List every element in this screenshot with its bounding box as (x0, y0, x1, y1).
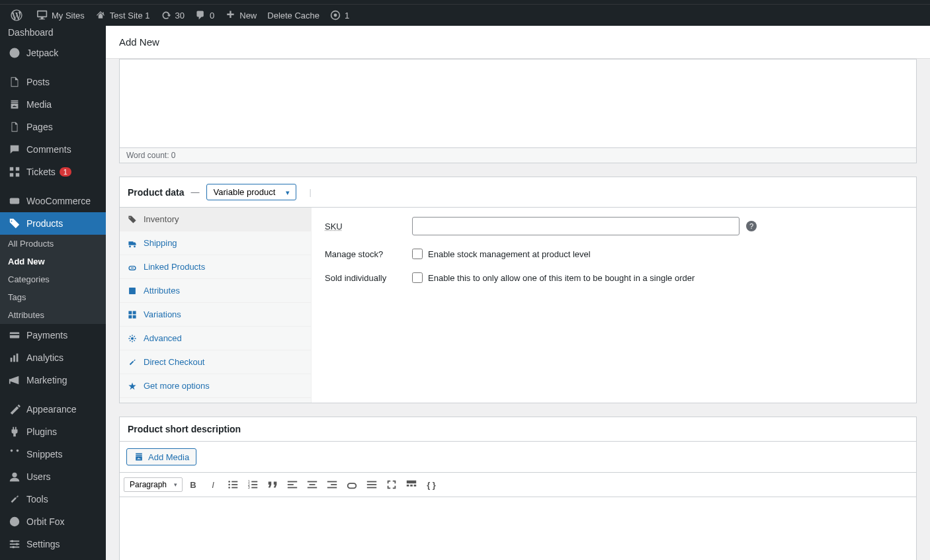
menu-marketing-label: Marketing (26, 375, 67, 385)
bullet-list-button[interactable] (224, 475, 242, 494)
menu-posts[interactable]: Posts (0, 71, 106, 93)
jetpack-icon (8, 47, 21, 59)
menu-marketing[interactable]: Marketing (0, 369, 106, 391)
adminbar-site-name[interactable]: Test Site 1 (90, 5, 155, 26)
tab-advanced[interactable]: Advanced (120, 327, 311, 350)
adminbar-notices-count: 1 (345, 11, 349, 20)
pages-icon (8, 121, 21, 133)
menu-appearance-label: Appearance (26, 404, 77, 415)
tab-linked-products[interactable]: Linked Products (120, 255, 311, 279)
menu-settings[interactable]: Settings (0, 533, 106, 555)
adminbar-comments[interactable]: 0 (190, 5, 220, 26)
link-button[interactable] (343, 475, 361, 494)
word-count: Word count: 0 (126, 151, 175, 160)
toolbar-toggle-button[interactable] (402, 475, 421, 494)
comments-icon (8, 143, 21, 155)
tab-get-more-options[interactable]: Get more options (120, 374, 311, 398)
adminbar-my-sites[interactable]: My Sites (32, 5, 90, 26)
page-header: Add New (106, 26, 930, 59)
menu-appearance[interactable]: Appearance (0, 398, 106, 420)
product-data-box: Product data — Variable product | Invent… (119, 177, 917, 403)
svg-point-1 (334, 14, 337, 17)
submenu-tags[interactable]: Tags (0, 288, 106, 306)
plugins-icon (8, 426, 21, 438)
submenu-attributes[interactable]: Attributes (0, 306, 106, 324)
submenu-add-new[interactable]: Add New (0, 253, 106, 270)
main-editor-area[interactable] (119, 59, 917, 148)
menu-tickets[interactable]: Tickets 1 (0, 161, 106, 183)
sku-row: SKU ? (325, 217, 903, 235)
svg-rect-44 (310, 484, 316, 485)
sold-individually-row: Sold individually Enable this to only al… (325, 272, 903, 283)
adminbar-updates[interactable]: 30 (155, 5, 190, 26)
fullscreen-button[interactable] (382, 475, 401, 494)
shortcode-button[interactable]: { } (422, 475, 441, 494)
numbered-list-button[interactable]: 123 (243, 475, 262, 494)
svg-rect-50 (367, 484, 376, 485)
menu-users[interactable]: Users (0, 465, 106, 488)
menu-comments[interactable]: Comments (0, 138, 106, 161)
tab-shipping[interactable]: Shipping (120, 231, 311, 255)
adminbar-comments-count: 0 (210, 11, 214, 20)
menu-analytics[interactable]: Analytics (0, 346, 106, 369)
svg-rect-23 (128, 311, 132, 314)
add-media-icon (134, 452, 144, 462)
menu-plugins[interactable]: Plugins (0, 420, 106, 443)
menu-media[interactable]: Media (0, 93, 106, 116)
sku-input[interactable] (412, 217, 740, 235)
svg-point-30 (228, 484, 230, 486)
menu-posts-label: Posts (26, 77, 50, 87)
svg-rect-49 (367, 481, 376, 483)
menu-jetpack[interactable]: Jetpack (0, 42, 106, 64)
menu-dashboard-label: Dashboard (8, 27, 54, 38)
align-center-button[interactable] (303, 475, 321, 494)
add-media-button[interactable]: Add Media (126, 448, 196, 465)
short-description-editor[interactable] (120, 497, 916, 560)
tab-variations[interactable]: Variations (120, 303, 311, 327)
adminbar-new[interactable]: New (220, 5, 262, 26)
svg-rect-51 (367, 487, 376, 489)
menu-dashboard[interactable]: Dashboard (0, 26, 106, 42)
menu-payments[interactable]: Payments (0, 324, 106, 346)
menu-snippets[interactable]: Snippets (0, 443, 106, 465)
svg-point-27 (131, 337, 134, 339)
adminbar-notices[interactable]: 1 (325, 5, 355, 26)
short-description-box: Product short description Add Media Para… (119, 417, 917, 560)
sku-help-icon[interactable]: ? (746, 221, 757, 231)
menu-tools[interactable]: Tools (0, 488, 106, 510)
update-icon (161, 10, 171, 20)
product-type-select[interactable]: Variable product (206, 184, 296, 200)
italic-button[interactable]: I (204, 475, 222, 494)
bold-button[interactable]: B (184, 475, 202, 494)
posts-icon (8, 76, 21, 88)
tab-inventory[interactable]: Inventory (120, 208, 311, 231)
menu-orbit-fox[interactable]: Orbit Fox (0, 510, 106, 533)
svg-point-32 (228, 487, 230, 489)
adminbar-wp-logo[interactable] (5, 5, 32, 26)
tab-get-more-label: Get more options (144, 381, 210, 391)
menu-tools-label: Tools (26, 494, 48, 504)
align-left-button[interactable] (283, 475, 302, 494)
manage-stock-checkbox[interactable] (412, 249, 423, 259)
format-select[interactable]: Paragraph (124, 477, 183, 492)
snippets-icon (8, 448, 21, 460)
direct-checkout-icon (128, 358, 138, 367)
adminbar-delete-cache-label: Delete Cache (267, 11, 319, 20)
tab-direct-checkout[interactable]: Direct Checkout (120, 350, 311, 374)
tab-direct-checkout-label: Direct Checkout (144, 357, 204, 367)
menu-woocommerce[interactable]: WooCommerce (0, 190, 106, 212)
menu-products[interactable]: Products (0, 212, 106, 235)
adminbar-delete-cache[interactable]: Delete Cache (262, 5, 325, 26)
sold-individually-checkbox[interactable] (412, 272, 423, 283)
menu-pages[interactable]: Pages (0, 116, 106, 138)
insert-more-button[interactable] (362, 475, 381, 494)
tab-attributes[interactable]: Attributes (120, 279, 311, 303)
blockquote-button[interactable] (263, 475, 282, 494)
submenu-categories[interactable]: Categories (0, 270, 106, 288)
content-wrap: Word count: 0 Product data — Variable pr… (106, 59, 930, 560)
submenu-all-products[interactable]: All Products (0, 235, 106, 253)
sku-label: SKU (325, 221, 412, 231)
menu-orbit-fox-label: Orbit Fox (26, 516, 65, 527)
align-right-button[interactable] (323, 475, 341, 494)
svg-rect-11 (13, 355, 15, 362)
